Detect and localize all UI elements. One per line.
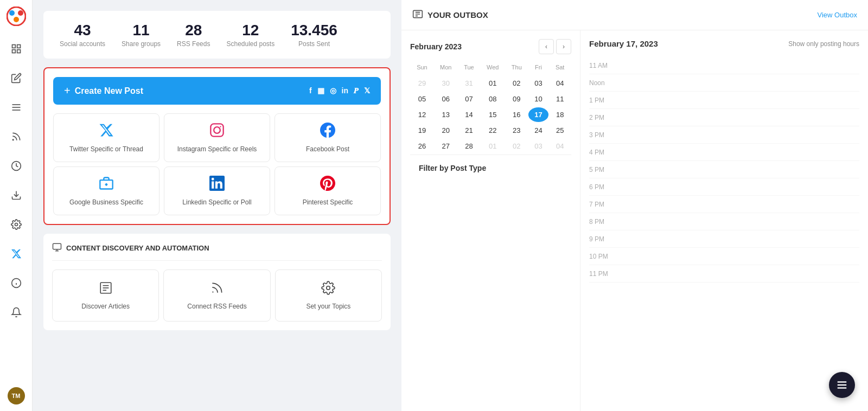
calendar-day[interactable]: 13 <box>434 107 458 122</box>
calendar-day[interactable]: 23 <box>506 123 527 138</box>
time-slot-label: 9 PM <box>589 235 616 243</box>
calendar-day[interactable]: 10 <box>528 92 549 106</box>
calendar-day[interactable]: 08 <box>480 92 505 106</box>
calendar-day[interactable]: 01 <box>480 139 505 153</box>
calendar-day[interactable]: 25 <box>550 123 570 138</box>
pinterest-icon <box>320 176 335 194</box>
calendar-day[interactable]: 27 <box>434 139 458 153</box>
sidebar-item-compose[interactable] <box>7 68 26 88</box>
post-type-twitter[interactable]: Twitter Specific or Thread <box>53 113 159 162</box>
calendar-prev-button[interactable]: ‹ <box>539 39 554 54</box>
svg-point-19 <box>214 127 220 133</box>
pinterest-header-icon: 𝑷 <box>354 86 359 95</box>
discovery-topics-label: Set your Topics <box>306 303 350 310</box>
svg-rect-4 <box>12 45 15 48</box>
calendar-day[interactable]: 31 <box>459 76 480 91</box>
time-slot-label: 1 PM <box>589 97 616 104</box>
sidebar-item-feed[interactable] <box>7 98 26 117</box>
discovery-articles[interactable]: Discover Articles <box>52 269 159 322</box>
fab-button[interactable] <box>829 372 855 398</box>
calendar-day[interactable]: 02 <box>506 139 527 153</box>
calendar-day[interactable]: 15 <box>480 107 505 122</box>
right-panel: YOUR OUTBOX View Outbox February 2023 ‹ … <box>401 0 868 411</box>
time-slot: 6 PM <box>589 178 859 196</box>
calendar-day[interactable]: 18 <box>550 107 570 122</box>
time-panel-header: February 17, 2023 Show only posting hour… <box>589 39 859 48</box>
calendar-day[interactable]: 29 <box>411 76 433 91</box>
stats-row: 43 Social accounts 11 Share groups 28 RS… <box>43 11 391 59</box>
calendar-day[interactable]: 02 <box>506 76 527 91</box>
calendar-day[interactable]: 16 <box>506 107 527 122</box>
post-type-facebook-label: Facebook Post <box>306 145 349 153</box>
calendar-day[interactable]: 21 <box>459 123 480 138</box>
svg-rect-18 <box>210 124 223 136</box>
sidebar-item-twitter[interactable] <box>7 244 26 264</box>
sidebar-item-schedule[interactable] <box>7 156 26 176</box>
calendar-day[interactable]: 24 <box>528 123 549 138</box>
time-slot-label: 2 PM <box>589 114 616 121</box>
sidebar-item-rss[interactable] <box>7 127 26 146</box>
plus-icon: + <box>64 85 71 97</box>
view-outbox-link[interactable]: View Outbox <box>818 11 857 19</box>
calendar-day[interactable]: 03 <box>528 76 549 91</box>
content-discovery-section: CONTENT DISCOVERY AND AUTOMATION Discove… <box>43 234 391 330</box>
post-type-instagram[interactable]: Instagram Specific or Reels <box>164 113 270 162</box>
discovery-rss[interactable]: Connect RSS Feeds <box>163 269 270 322</box>
calendar-day[interactable]: 28 <box>459 139 480 153</box>
day-header-mon: Mon <box>434 62 458 75</box>
outbox-icon <box>412 9 423 21</box>
time-slot: 2 PM <box>589 109 859 126</box>
calendar-day[interactable]: 19 <box>411 123 433 138</box>
instagram-header-icon: ◎ <box>330 86 336 95</box>
calendar-day[interactable]: 06 <box>434 92 458 106</box>
svg-point-11 <box>12 139 14 140</box>
sidebar-item-dashboard[interactable] <box>7 39 26 59</box>
svg-rect-5 <box>17 45 20 48</box>
create-post-button-label: Create New Post <box>75 86 143 96</box>
post-type-grid: Twitter Specific or Thread Instagram Spe… <box>53 113 381 215</box>
calendar-next-button[interactable]: › <box>556 39 571 54</box>
post-type-linkedin[interactable]: Linkedin Specific or Poll <box>164 166 270 215</box>
calendar-day[interactable]: 07 <box>459 92 480 106</box>
calendar-day[interactable]: 22 <box>480 123 505 138</box>
sidebar-item-info[interactable] <box>7 273 26 293</box>
post-type-facebook[interactable]: Facebook Post <box>275 113 381 162</box>
discovery-topics[interactable]: Set your Topics <box>275 269 382 322</box>
calendar-day[interactable]: 05 <box>411 92 433 106</box>
app-logo[interactable] <box>7 7 26 26</box>
calendar-day[interactable]: 30 <box>434 76 458 91</box>
sidebar-item-bell[interactable] <box>7 303 26 322</box>
stat-rss-feeds-label: RSS Feeds <box>177 40 210 48</box>
post-type-google-business[interactable]: Google Business Specific <box>53 166 159 215</box>
calendar-day[interactable]: 14 <box>459 107 480 122</box>
time-slot: 10 PM <box>589 248 859 265</box>
calendar-day[interactable]: 26 <box>411 139 433 153</box>
create-new-post-button[interactable]: + Create New Post f ▦ ◎ in 𝑷 𝕏 <box>53 77 381 105</box>
calendar-day[interactable]: 12 <box>411 107 433 122</box>
left-panel: 43 Social accounts 11 Share groups 28 RS… <box>33 0 401 411</box>
calendar-day[interactable]: 20 <box>434 123 458 138</box>
calendar-day[interactable]: 04 <box>550 76 570 91</box>
show-posting-hours-toggle[interactable]: Show only posting hours <box>788 40 859 48</box>
post-type-pinterest[interactable]: Pinterest Specific <box>275 166 381 215</box>
svg-rect-24 <box>53 243 61 249</box>
calendar-day[interactable]: 01 <box>480 76 505 91</box>
instagram-icon <box>209 123 225 141</box>
sidebar: TM <box>0 0 33 411</box>
time-slot: Noon <box>589 74 859 92</box>
calendar-day[interactable]: 11 <box>550 92 570 106</box>
sidebar-item-download[interactable] <box>7 185 26 205</box>
calendar-day[interactable]: 03 <box>528 139 549 153</box>
calendar-day[interactable]: 04 <box>550 139 570 153</box>
calendar-day[interactable]: 17 <box>528 107 549 122</box>
svg-point-32 <box>327 286 330 290</box>
facebook-header-icon: f <box>309 86 312 95</box>
sidebar-item-settings[interactable] <box>7 215 26 234</box>
user-avatar[interactable]: TM <box>8 387 25 404</box>
content-discovery-header: CONTENT DISCOVERY AND AUTOMATION <box>52 242 382 261</box>
svg-point-14 <box>15 223 17 226</box>
facebook-icon <box>320 123 335 141</box>
calendar-day[interactable]: 09 <box>506 92 527 106</box>
day-header-sun: Sun <box>411 62 433 75</box>
stat-posts-sent-label: Posts Sent <box>291 40 337 48</box>
